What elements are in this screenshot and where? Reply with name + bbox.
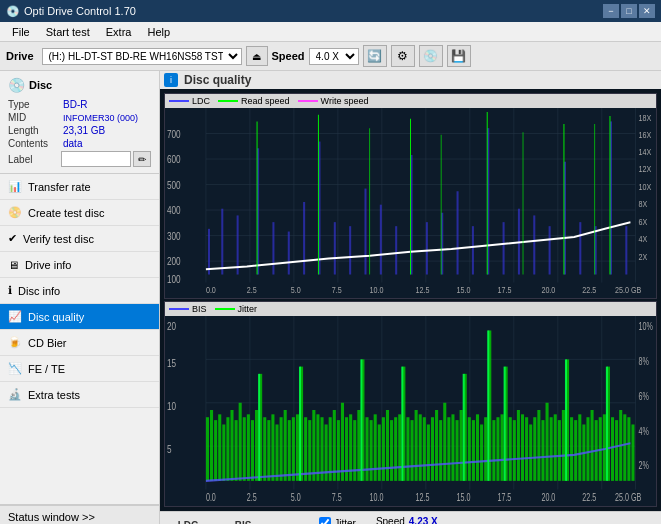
svg-text:10: 10 xyxy=(167,400,176,413)
settings-button[interactable]: ⚙ xyxy=(391,45,415,67)
svg-rect-66 xyxy=(533,215,535,274)
nav-item-disc-quality[interactable]: 📈 Disc quality xyxy=(0,304,159,330)
svg-text:100: 100 xyxy=(167,272,181,284)
status-window-button[interactable]: Status window >> xyxy=(0,505,159,524)
svg-rect-123 xyxy=(226,417,229,481)
status-section: Status window >> Test completed 100.0% 3… xyxy=(0,504,159,524)
nav-item-fe-te[interactable]: 📉 FE / TE xyxy=(0,356,159,382)
titlebar: 💿 Opti Drive Control 1.70 − □ ✕ xyxy=(0,0,661,22)
svg-rect-67 xyxy=(549,226,551,274)
svg-rect-133 xyxy=(267,420,270,481)
svg-rect-128 xyxy=(247,414,250,481)
svg-rect-184 xyxy=(476,414,479,481)
menu-extra[interactable]: Extra xyxy=(98,24,140,40)
svg-rect-119 xyxy=(210,410,213,481)
svg-rect-135 xyxy=(275,424,278,480)
drive-toolbar: Drive (H:) HL-DT-ST BD-RE WH16NS58 TST4 … xyxy=(0,42,661,71)
svg-rect-178 xyxy=(451,414,454,481)
maximize-button[interactable]: □ xyxy=(621,4,637,18)
nav-item-extra-tests[interactable]: 🔬 Extra tests xyxy=(0,382,159,408)
svg-rect-167 xyxy=(406,417,409,481)
svg-rect-175 xyxy=(439,420,442,481)
drive-label: Drive xyxy=(6,50,34,62)
svg-rect-193 xyxy=(513,420,516,481)
nav-item-label-create-test-disc: Create test disc xyxy=(28,207,104,219)
svg-rect-126 xyxy=(239,403,242,481)
svg-rect-186 xyxy=(484,417,487,481)
disc-label-row: Label ✏ xyxy=(8,151,151,167)
svg-text:200: 200 xyxy=(167,255,181,267)
disc-contents-label: Contents xyxy=(8,138,63,149)
nav-item-label-verify-test-disc: Verify test disc xyxy=(23,233,94,245)
save-button[interactable]: 💾 xyxy=(447,45,471,67)
nav-item-drive-info[interactable]: 🖥 Drive info xyxy=(0,252,159,278)
speed-label: Speed xyxy=(272,50,305,62)
svg-text:14X: 14X xyxy=(639,146,652,157)
nav-item-label-transfer-rate: Transfer rate xyxy=(28,181,91,193)
titlebar-controls: − □ ✕ xyxy=(603,4,655,18)
chart1-container: LDC Read speed Write speed xyxy=(164,93,657,299)
disc-label-edit-button[interactable]: ✏ xyxy=(133,151,151,167)
svg-text:22.5: 22.5 xyxy=(582,492,596,504)
quality-header: i Disc quality xyxy=(160,71,661,89)
svg-rect-160 xyxy=(378,424,381,480)
svg-rect-137 xyxy=(284,410,287,481)
legend-write-speed: Write speed xyxy=(298,96,369,106)
menu-help[interactable]: Help xyxy=(139,24,178,40)
refresh-button[interactable]: 🔄 xyxy=(363,45,387,67)
svg-text:4%: 4% xyxy=(639,425,650,437)
svg-text:17.5: 17.5 xyxy=(497,284,511,295)
svg-text:0.0: 0.0 xyxy=(206,284,216,295)
svg-rect-122 xyxy=(222,424,225,480)
nav-item-transfer-rate[interactable]: 📊 Transfer rate xyxy=(0,174,159,200)
svg-text:5: 5 xyxy=(167,443,172,456)
drive-select[interactable]: (H:) HL-DT-ST BD-RE WH16NS58 TST4 xyxy=(42,48,242,65)
speed-select[interactable]: 4.0 X xyxy=(309,48,359,65)
nav-item-label-extra-tests: Extra tests xyxy=(28,389,80,401)
svg-rect-174 xyxy=(435,410,438,481)
svg-rect-129 xyxy=(251,420,254,481)
close-button[interactable]: ✕ xyxy=(639,4,655,18)
svg-rect-54 xyxy=(349,226,351,274)
nav-item-disc-info[interactable]: ℹ Disc info xyxy=(0,278,159,304)
eject-button[interactable]: ⏏ xyxy=(246,46,268,66)
svg-rect-49 xyxy=(272,222,274,274)
disc-type-row: Type BD-R xyxy=(8,99,151,110)
svg-rect-164 xyxy=(394,417,397,481)
minimize-button[interactable]: − xyxy=(603,4,619,18)
nav-item-cd-bier[interactable]: 🍺 CD Bier xyxy=(0,330,159,356)
nav-item-create-test-disc[interactable]: 📀 Create test disc xyxy=(0,200,159,226)
svg-text:6X: 6X xyxy=(639,216,648,227)
svg-rect-69 xyxy=(579,222,581,274)
svg-text:700: 700 xyxy=(167,127,181,139)
nav-item-verify-test-disc[interactable]: ✔ Verify test disc xyxy=(0,226,159,252)
jitter-col: Jitter -0.1% 0.0% xyxy=(319,517,356,524)
disc-label-input[interactable] xyxy=(61,151,131,167)
disc-mid-value: INFOMER30 (000) xyxy=(63,113,151,123)
disc-panel: 💿 Disc Type BD-R MID INFOMER30 (000) Len… xyxy=(0,71,159,174)
svg-rect-218 xyxy=(615,420,618,481)
disc-type-value: BD-R xyxy=(63,99,151,110)
main-layout: 💿 Disc Type BD-R MID INFOMER30 (000) Len… xyxy=(0,71,661,524)
disc-button[interactable]: 💿 xyxy=(419,45,443,67)
svg-rect-134 xyxy=(271,414,274,481)
svg-rect-208 xyxy=(574,420,577,481)
jitter-checkbox[interactable] xyxy=(319,517,331,524)
nav-item-label-disc-quality: Disc quality xyxy=(28,311,84,323)
menu-start-test[interactable]: Start test xyxy=(38,24,98,40)
svg-text:7.5: 7.5 xyxy=(332,492,342,504)
disc-length-value: 23,31 GB xyxy=(63,125,151,136)
menu-file[interactable]: File xyxy=(4,24,38,40)
svg-rect-188 xyxy=(492,420,495,481)
chart1-svg: 700 600 500 400 300 200 100 18X 16X 14X … xyxy=(165,108,656,296)
svg-rect-146 xyxy=(320,417,323,481)
ldc-col: LDC 37.01 614 14129294 xyxy=(168,520,208,525)
read-speed-legend-label: Read speed xyxy=(241,96,290,106)
svg-rect-195 xyxy=(521,414,524,481)
speed-label-text: Speed xyxy=(376,516,405,524)
svg-text:18X: 18X xyxy=(639,112,652,123)
titlebar-title: 💿 Opti Drive Control 1.70 xyxy=(6,5,136,18)
drive-info-icon: 🖥 xyxy=(8,259,19,271)
svg-rect-197 xyxy=(529,424,532,480)
svg-text:12X: 12X xyxy=(639,163,652,174)
